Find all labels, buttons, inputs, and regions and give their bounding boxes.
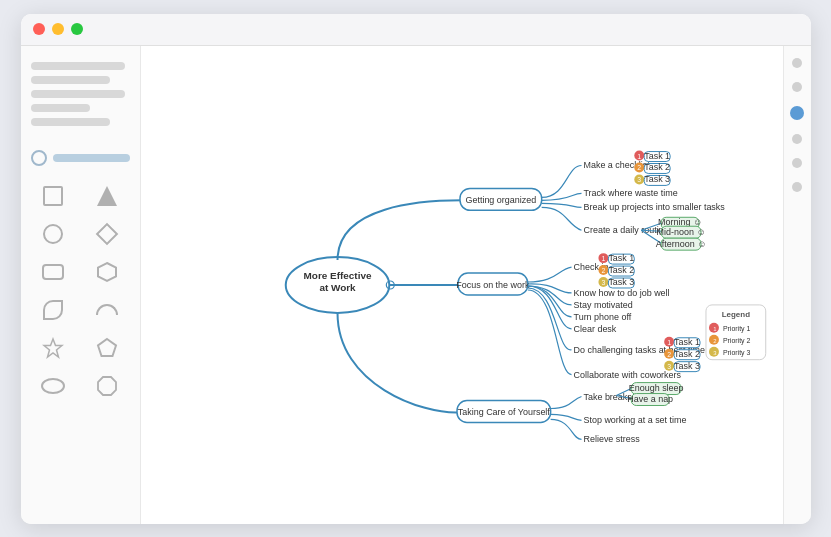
svg-text:Take breaks: Take breaks bbox=[583, 391, 632, 401]
shape-hexagon[interactable] bbox=[85, 258, 130, 286]
sidebar-line-2 bbox=[31, 76, 110, 84]
sidebar-active-item[interactable] bbox=[31, 150, 130, 166]
shapes-panel bbox=[31, 182, 130, 400]
right-panel-dot-4[interactable] bbox=[792, 134, 802, 144]
svg-text:Stay motivated: Stay motivated bbox=[573, 299, 632, 309]
shape-rounded-rect[interactable] bbox=[31, 258, 76, 286]
svg-text:3: 3 bbox=[667, 362, 671, 369]
right-panel-dot-6[interactable] bbox=[792, 182, 802, 192]
svg-text:Task 1: Task 1 bbox=[674, 336, 700, 346]
svg-text:Break up projects into smaller: Break up projects into smaller tasks bbox=[583, 202, 725, 212]
shape-triangle[interactable] bbox=[85, 182, 130, 210]
app-window: .node-label { font-size: 9px; fill: #333… bbox=[21, 14, 811, 524]
svg-text:2: 2 bbox=[667, 350, 671, 357]
sidebar-line-3 bbox=[31, 90, 125, 98]
svg-text:Enough sleep: Enough sleep bbox=[628, 382, 683, 392]
shape-pentagon[interactable] bbox=[85, 334, 130, 362]
sidebar bbox=[21, 46, 141, 524]
svg-text:Task 2: Task 2 bbox=[608, 265, 634, 275]
svg-text:Focus on the work: Focus on the work bbox=[456, 279, 530, 289]
svg-marker-2 bbox=[98, 339, 116, 356]
maximize-button[interactable] bbox=[71, 23, 83, 35]
shape-square[interactable] bbox=[31, 182, 76, 210]
right-panel-dot-2[interactable] bbox=[792, 82, 802, 92]
svg-text:at Work: at Work bbox=[319, 281, 356, 292]
svg-text:Task 2: Task 2 bbox=[644, 162, 670, 172]
svg-text:2: 2 bbox=[601, 267, 605, 274]
svg-marker-1 bbox=[44, 339, 62, 357]
svg-text:Track where waste time: Track where waste time bbox=[583, 188, 677, 198]
shape-halfcircle[interactable] bbox=[85, 296, 130, 324]
svg-text:Priority 3: Priority 3 bbox=[722, 348, 750, 356]
svg-text:Mid-noon ☺: Mid-noon ☺ bbox=[656, 227, 705, 237]
right-panel-dot-1[interactable] bbox=[792, 58, 802, 68]
svg-text:1: 1 bbox=[601, 255, 605, 262]
svg-text:Collaborate with coworkers: Collaborate with coworkers bbox=[573, 369, 681, 379]
svg-text:1: 1 bbox=[667, 338, 671, 345]
svg-marker-0 bbox=[98, 263, 116, 281]
svg-text:Legend: Legend bbox=[721, 309, 749, 318]
svg-text:Relieve stress: Relieve stress bbox=[583, 434, 640, 444]
right-panel-dot-5[interactable] bbox=[792, 158, 802, 168]
shape-star[interactable] bbox=[31, 334, 76, 362]
svg-text:3: 3 bbox=[637, 176, 641, 183]
svg-text:1: 1 bbox=[637, 152, 641, 159]
svg-text:Know how to do job well: Know how to do job well bbox=[573, 287, 669, 297]
svg-text:Getting organized: Getting organized bbox=[465, 195, 536, 205]
svg-text:Taking Care of Yourself: Taking Care of Yourself bbox=[457, 407, 550, 417]
svg-text:Task 1: Task 1 bbox=[608, 253, 634, 263]
shape-oval[interactable] bbox=[31, 372, 76, 400]
svg-text:Task 1: Task 1 bbox=[644, 150, 670, 160]
sidebar-active-bar bbox=[53, 154, 130, 162]
svg-text:Clear desk: Clear desk bbox=[573, 323, 616, 333]
mindmap-svg: .node-label { font-size: 9px; fill: #333… bbox=[141, 46, 783, 524]
svg-text:Stop working at a set time: Stop working at a set time bbox=[583, 415, 686, 425]
shape-diamond[interactable] bbox=[85, 220, 130, 248]
sidebar-circle-icon bbox=[31, 150, 47, 166]
sidebar-line-4 bbox=[31, 104, 90, 112]
svg-text:Task 3: Task 3 bbox=[608, 277, 634, 287]
shape-octagon[interactable] bbox=[85, 372, 130, 400]
titlebar bbox=[21, 14, 811, 46]
svg-text:Afternoon ☺: Afternoon ☺ bbox=[655, 239, 705, 249]
svg-text:Priority 1: Priority 1 bbox=[722, 324, 750, 332]
svg-text:2: 2 bbox=[637, 164, 641, 171]
svg-marker-3 bbox=[98, 377, 116, 395]
shape-leaf[interactable] bbox=[31, 296, 76, 324]
svg-text:Priority 2: Priority 2 bbox=[722, 336, 750, 344]
svg-text:Turn phone off: Turn phone off bbox=[573, 311, 631, 321]
svg-text:Task 3: Task 3 bbox=[644, 174, 670, 184]
close-button[interactable] bbox=[33, 23, 45, 35]
sidebar-menu-lines bbox=[31, 62, 130, 126]
right-panel bbox=[783, 46, 811, 524]
shape-circle[interactable] bbox=[31, 220, 76, 248]
svg-text:Have a nap: Have a nap bbox=[627, 393, 673, 403]
sidebar-line-5 bbox=[31, 118, 110, 126]
svg-text:Task 2: Task 2 bbox=[674, 348, 700, 358]
right-panel-dot-3[interactable] bbox=[790, 106, 804, 120]
minimize-button[interactable] bbox=[52, 23, 64, 35]
svg-text:3: 3 bbox=[601, 279, 605, 286]
main-layout: .node-label { font-size: 9px; fill: #333… bbox=[21, 46, 811, 524]
canvas-area[interactable]: .node-label { font-size: 9px; fill: #333… bbox=[141, 46, 783, 524]
sidebar-line-1 bbox=[31, 62, 125, 70]
svg-text:More Effective: More Effective bbox=[303, 270, 371, 281]
